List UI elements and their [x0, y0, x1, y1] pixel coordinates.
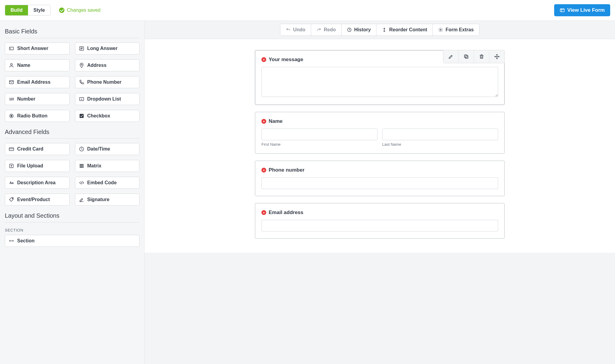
- undo-label: Undo: [293, 27, 305, 33]
- field-matrix[interactable]: Matrix: [75, 160, 140, 172]
- form-block-message[interactable]: Your message: [255, 50, 505, 105]
- field-credit-card[interactable]: Credit Card: [5, 143, 70, 155]
- text-icon: Aa: [9, 180, 14, 185]
- form-canvas: Your message Name First Name: [145, 39, 615, 253]
- last-name-sublabel: Last Name: [382, 142, 498, 147]
- checkbox-icon: [79, 113, 84, 119]
- pencil-icon: [448, 54, 454, 59]
- field-section[interactable]: Section: [5, 235, 139, 247]
- form-extras-button[interactable]: Form Extras: [433, 24, 479, 36]
- field-label: Short Answer: [17, 46, 48, 51]
- block-actions: [443, 50, 505, 63]
- svg-rect-40: [464, 55, 467, 58]
- save-status: Changes saved: [59, 8, 100, 13]
- field-label: Matrix: [87, 163, 101, 169]
- last-name-input[interactable]: [382, 129, 498, 140]
- svg-rect-12: [80, 98, 84, 101]
- short-answer-icon: [9, 46, 14, 51]
- svg-point-28: [81, 167, 82, 168]
- field-checkbox[interactable]: Checkbox: [75, 110, 140, 122]
- field-label: Email Address: [17, 79, 51, 85]
- field-name[interactable]: Name: [5, 59, 70, 71]
- code-icon: [79, 180, 84, 185]
- history-icon: [347, 27, 352, 32]
- signature-icon: [79, 197, 84, 202]
- svg-rect-15: [80, 114, 84, 118]
- tab-build[interactable]: Build: [5, 5, 28, 15]
- block-label-text: Email address: [269, 210, 303, 216]
- tab-style[interactable]: Style: [28, 5, 50, 15]
- divider: [5, 138, 139, 139]
- field-label: Section: [17, 238, 35, 244]
- move-icon: [494, 54, 500, 59]
- person-icon: [9, 63, 14, 68]
- field-signature[interactable]: Signature: [75, 194, 140, 206]
- svg-rect-39: [465, 56, 468, 58]
- redo-button[interactable]: Redo: [311, 24, 342, 36]
- redo-label: Redo: [324, 27, 336, 33]
- topbar: Build Style Changes saved View Live Form: [0, 0, 615, 21]
- divider: [5, 222, 139, 222]
- svg-point-29: [83, 167, 83, 168]
- svg-point-38: [440, 29, 441, 30]
- svg-point-14: [11, 115, 12, 117]
- advanced-fields-title: Advanced Fields: [5, 129, 139, 135]
- phone-input[interactable]: [261, 177, 498, 189]
- field-label: Credit Card: [17, 146, 43, 152]
- field-short-answer[interactable]: Short Answer: [5, 42, 70, 54]
- field-number[interactable]: 123 Number: [5, 93, 70, 105]
- field-label: Name: [17, 63, 30, 68]
- dropdown-icon: [79, 96, 84, 102]
- required-icon: [261, 57, 266, 62]
- build-style-toggle: Build Style: [5, 5, 51, 16]
- block-label-text: Name: [269, 118, 283, 124]
- reorder-label: Reorder Content: [389, 27, 427, 33]
- check-circle-icon: [59, 8, 64, 13]
- first-name-input[interactable]: [261, 129, 377, 140]
- undo-button[interactable]: Undo: [280, 24, 311, 36]
- svg-point-24: [80, 166, 81, 166]
- field-label: Embed Code: [87, 180, 117, 185]
- field-label: Checkbox: [87, 113, 110, 119]
- field-label: Event/Product: [17, 197, 50, 202]
- required-icon: [261, 168, 266, 173]
- field-long-answer[interactable]: Long Answer: [75, 42, 140, 54]
- sidebar: Basic Fields Short Answer Long Answer Na…: [0, 21, 145, 364]
- upload-icon: [9, 163, 14, 169]
- move-button[interactable]: [489, 50, 504, 63]
- field-file-upload[interactable]: File Upload: [5, 160, 70, 172]
- field-embed-code[interactable]: Embed Code: [75, 177, 140, 189]
- field-event-product[interactable]: Event/Product: [5, 194, 70, 206]
- svg-rect-16: [9, 148, 14, 151]
- reorder-icon: [382, 27, 387, 32]
- form-block-email[interactable]: Email address: [255, 203, 505, 239]
- field-dropdown-list[interactable]: Dropdown List: [75, 93, 140, 105]
- credit-card-icon: [9, 146, 14, 152]
- field-phone-number[interactable]: Phone Number: [75, 76, 140, 88]
- email-input[interactable]: [261, 220, 498, 232]
- reorder-button[interactable]: Reorder Content: [376, 24, 433, 36]
- block-label-text: Phone number: [269, 167, 304, 173]
- editor-toolbar: Undo Redo History Reorder Content Form E…: [145, 21, 615, 39]
- form-block-phone[interactable]: Phone number: [255, 160, 505, 196]
- svg-point-26: [83, 166, 83, 166]
- edit-button[interactable]: [443, 50, 458, 63]
- field-email-address[interactable]: Email Address: [5, 76, 70, 88]
- message-textarea[interactable]: [261, 67, 498, 97]
- view-live-form-button[interactable]: View Live Form: [554, 4, 610, 16]
- duplicate-button[interactable]: [458, 50, 474, 63]
- form-block-name[interactable]: Name First Name Last Name: [255, 112, 505, 154]
- field-address[interactable]: Address: [75, 59, 140, 71]
- undo-icon: [286, 27, 291, 32]
- svg-point-9: [11, 64, 12, 65]
- field-radio-button[interactable]: Radio Button: [5, 110, 70, 122]
- field-description-area[interactable]: Aa Description Area: [5, 177, 70, 189]
- delete-button[interactable]: [474, 50, 489, 63]
- tag-icon: [9, 197, 14, 202]
- field-date-time[interactable]: Date/Time: [75, 143, 140, 155]
- svg-rect-3: [9, 47, 14, 50]
- required-icon: [261, 119, 266, 124]
- history-button[interactable]: History: [342, 24, 376, 36]
- field-label: Address: [87, 63, 107, 68]
- field-label: Long Answer: [87, 46, 118, 51]
